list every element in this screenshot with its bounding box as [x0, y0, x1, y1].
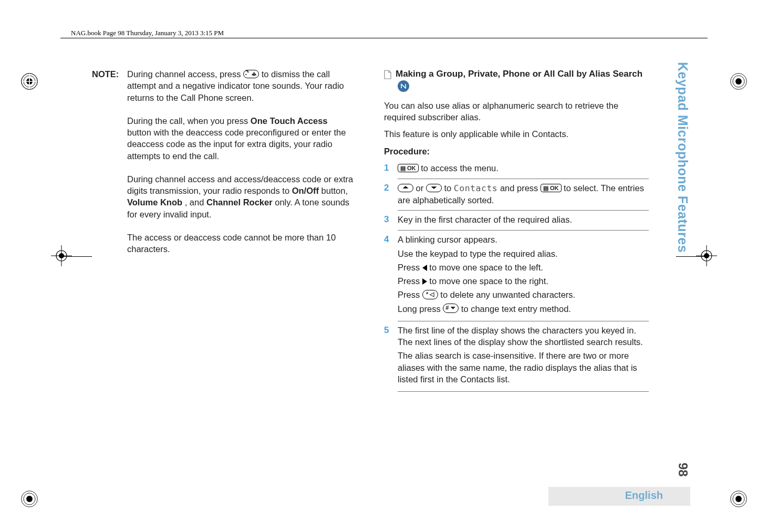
step-divider [398, 391, 649, 392]
text: to [444, 183, 453, 193]
mid-rule [60, 256, 92, 257]
step-number: 5 [384, 325, 391, 387]
footer-bar [548, 487, 690, 506]
up-key-icon [398, 184, 413, 192]
svg-point-9 [735, 78, 742, 85]
top-rule [60, 38, 708, 38]
text: Long press [398, 304, 443, 314]
text-bold: Volume Knob [127, 197, 182, 207]
text: The alias search is case-insensitive. If… [398, 350, 649, 385]
text: Use the keypad to type the required alia… [398, 248, 649, 259]
document-icon [384, 70, 391, 79]
note-body: During channel access, press to dismiss … [127, 68, 354, 255]
step-number: 2 [384, 182, 391, 206]
side-tab: Keypad Microphone Features 98 [670, 62, 690, 477]
step-2: 2 or to Contacts and press ▤ OK to selec… [384, 180, 649, 210]
right-arrow-icon [422, 278, 427, 285]
text: Press [398, 263, 422, 272]
step-3: 3 Key in the first character of the requ… [384, 212, 649, 229]
left-column: NOTE: During channel access, press to di… [92, 68, 354, 393]
text: to access the menu. [421, 163, 499, 173]
hash-key-icon: # ⏷ [443, 304, 459, 313]
text: During the call, when you press [127, 116, 251, 126]
note-label: NOTE: [92, 68, 122, 255]
text: During channel access, press [127, 69, 243, 79]
step-number: 1 [384, 162, 391, 174]
step-number: 3 [384, 214, 391, 226]
text: to move one space to the left. [429, 263, 543, 272]
text: to change text entry method. [461, 304, 571, 314]
text: The first line of the display shows the … [398, 325, 649, 348]
menu-item-contacts: Contacts [454, 183, 497, 193]
nfc-badge-icon [398, 80, 409, 92]
registration-mark-icon [20, 490, 38, 508]
left-arrow-icon [422, 265, 427, 271]
svg-point-12 [26, 496, 33, 502]
text: The access or deaccess code cannot be mo… [127, 232, 354, 255]
side-section-label: Keypad Microphone Features [675, 62, 690, 253]
crosshair-mark-icon [696, 245, 717, 266]
footer-language: English [625, 489, 663, 502]
step-5: 5 The first line of the display shows th… [384, 322, 649, 390]
text: During channel access and access/deacces… [127, 174, 353, 195]
down-key-icon [426, 184, 442, 192]
registration-mark-icon [730, 490, 748, 508]
text: Press [398, 276, 422, 286]
section-heading: Making a Group, Private, Phone or All Ca… [396, 68, 649, 92]
text: , and [185, 197, 206, 207]
text: and press [500, 183, 541, 193]
intro-text: This feature is only applicable while in… [384, 128, 649, 140]
procedure-label: Procedure: [384, 145, 649, 157]
ok-key-icon: ▤ OK [541, 184, 562, 192]
page-number: 98 [676, 463, 690, 477]
back-home-key-icon [243, 70, 259, 78]
text: or [416, 183, 426, 193]
text-bold: On/Off [292, 186, 319, 195]
text-bold: Channel Rocker [206, 197, 273, 207]
text: Key in the first character of the requir… [398, 214, 649, 226]
text: A blinking cursor appears. [398, 234, 649, 245]
step-divider [398, 230, 649, 231]
step-divider [398, 321, 649, 321]
text: Press [398, 290, 422, 299]
registration-mark-icon [20, 72, 38, 90]
heading-text: Making a Group, Private, Phone or All Ca… [396, 69, 642, 79]
text-bold: One Touch Access [251, 116, 328, 126]
step-number: 4 [384, 234, 391, 317]
intro-text: You can also use alias or alphanumeric s… [384, 100, 649, 123]
text: button with the deaccess code preconfigu… [127, 128, 346, 161]
crosshair-mark-icon [51, 245, 72, 266]
ok-key-icon: ▤ OK [398, 164, 419, 172]
registration-mark-icon [730, 72, 748, 90]
running-header: NAG.book Page 98 Thursday, January 3, 20… [71, 29, 224, 37]
svg-point-15 [735, 496, 742, 502]
right-column: Making a Group, Private, Phone or All Ca… [384, 68, 649, 393]
text: to move one space to the right. [429, 276, 548, 286]
text: button, [321, 186, 348, 195]
star-delete-key-icon: * ◁ [422, 290, 438, 299]
step-1: 1 ▤ OK to access the menu. [384, 160, 649, 178]
step-4: 4 A blinking cursor appears. Use the key… [384, 232, 649, 320]
text: to delete any unwanted characters. [440, 290, 575, 299]
step-divider [398, 210, 649, 211]
step-divider [398, 179, 649, 179]
